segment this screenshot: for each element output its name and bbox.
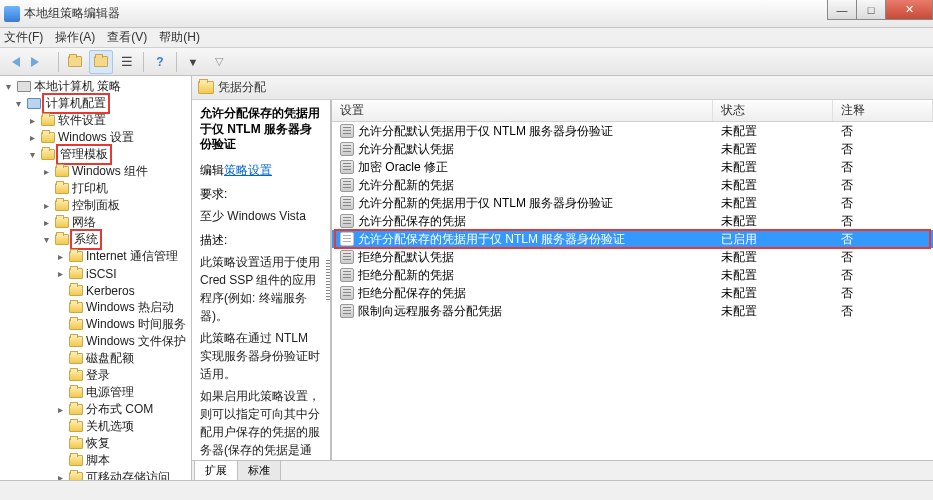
policy-icon bbox=[340, 124, 354, 138]
policy-state: 未配置 bbox=[713, 267, 833, 284]
tree-removable_storage[interactable]: 可移动存储访问 bbox=[86, 469, 170, 480]
policy-row[interactable]: 允许分配默认凭据未配置否 bbox=[332, 140, 933, 158]
policy-list[interactable]: 设置 状态 注释 允许分配默认凭据用于仅 NTLM 服务器身份验证未配置否允许分… bbox=[332, 100, 933, 460]
tree-logon[interactable]: 登录 bbox=[86, 367, 110, 384]
window-title: 本地组策略编辑器 bbox=[24, 5, 120, 22]
folder-icon bbox=[55, 183, 69, 194]
tree-disk_quota[interactable]: 磁盘配额 bbox=[86, 350, 134, 367]
folder-icon bbox=[69, 302, 83, 313]
app-icon bbox=[4, 6, 20, 22]
policy-row[interactable]: 拒绝分配保存的凭据未配置否 bbox=[332, 284, 933, 302]
tree-scripts[interactable]: 脚本 bbox=[86, 452, 110, 469]
col-state[interactable]: 状态 bbox=[713, 100, 833, 121]
policy-row[interactable]: 拒绝分配默认凭据未配置否 bbox=[332, 248, 933, 266]
help-button[interactable]: ? bbox=[148, 50, 172, 74]
policy-row[interactable]: 允许分配保存的凭据未配置否 bbox=[332, 212, 933, 230]
tree-iscsi[interactable]: iSCSI bbox=[86, 267, 117, 281]
filter-button[interactable]: ▼ bbox=[181, 50, 205, 74]
list-header: 设置 状态 注释 bbox=[332, 100, 933, 122]
preview-desc-label: 描述: bbox=[200, 231, 322, 249]
policy-state: 未配置 bbox=[713, 159, 833, 176]
tree-time_service[interactable]: Windows 时间服务 bbox=[86, 316, 186, 333]
tree-kerberos[interactable]: Kerberos bbox=[86, 284, 135, 298]
menu-view[interactable]: 查看(V) bbox=[107, 29, 147, 46]
filter-options-button[interactable]: ▽ bbox=[207, 50, 231, 74]
col-comment[interactable]: 注释 bbox=[833, 100, 933, 121]
tree-system[interactable]: 系统 bbox=[70, 229, 102, 250]
nav-forward-button[interactable] bbox=[30, 50, 54, 74]
tab-extended[interactable]: 扩展 bbox=[194, 460, 238, 480]
policy-icon bbox=[340, 250, 354, 264]
policy-row[interactable]: 允许分配新的凭据未配置否 bbox=[332, 176, 933, 194]
folder-icon bbox=[69, 387, 83, 398]
policy-comment: 否 bbox=[833, 123, 933, 140]
policy-comment: 否 bbox=[833, 303, 933, 320]
folder-icon bbox=[69, 370, 83, 381]
tree-power_mgmt[interactable]: 电源管理 bbox=[86, 384, 134, 401]
folder-icon bbox=[69, 336, 83, 347]
edit-policy-link[interactable]: 策略设置 bbox=[224, 163, 272, 177]
menu-file[interactable]: 文件(F) bbox=[4, 29, 43, 46]
policy-icon bbox=[340, 214, 354, 228]
nav-back-button[interactable] bbox=[4, 50, 28, 74]
tree-printers[interactable]: 打印机 bbox=[72, 180, 108, 197]
tree-control-panel[interactable]: 控制面板 bbox=[72, 197, 120, 214]
policy-state: 未配置 bbox=[713, 249, 833, 266]
tree-windows-components[interactable]: Windows 组件 bbox=[72, 163, 148, 180]
policy-name: 允许分配默认凭据用于仅 NTLM 服务器身份验证 bbox=[358, 123, 613, 140]
splitter-handle[interactable] bbox=[326, 260, 330, 300]
policy-comment: 否 bbox=[833, 195, 933, 212]
tree-dcom[interactable]: 分布式 COM bbox=[86, 401, 153, 418]
policy-state: 未配置 bbox=[713, 141, 833, 158]
policy-name: 允许分配保存的凭据用于仅 NTLM 服务器身份验证 bbox=[358, 231, 625, 248]
col-setting[interactable]: 设置 bbox=[332, 100, 713, 121]
tree-recovery[interactable]: 恢复 bbox=[86, 435, 110, 452]
properties-button[interactable]: ☰ bbox=[115, 50, 139, 74]
tree-admin-templates[interactable]: 管理模板 bbox=[56, 144, 112, 165]
maximize-button[interactable]: □ bbox=[856, 0, 886, 20]
folder-icon bbox=[69, 251, 83, 262]
policy-comment: 否 bbox=[833, 285, 933, 302]
tree-internet_mgmt[interactable]: Internet 通信管理 bbox=[86, 248, 178, 265]
show-tree-button[interactable] bbox=[89, 50, 113, 74]
preview-title: 允许分配保存的凭据用于仅 NTLM 服务器身份验证 bbox=[200, 106, 322, 153]
funnel-icon: ▼ bbox=[188, 56, 199, 68]
tree-hot_start[interactable]: Windows 热启动 bbox=[86, 299, 174, 316]
policy-icon bbox=[340, 232, 354, 246]
tree-computer-config[interactable]: 计算机配置 bbox=[42, 93, 110, 114]
policy-name: 允许分配新的凭据用于仅 NTLM 服务器身份验证 bbox=[358, 195, 613, 212]
folder-icon bbox=[41, 149, 55, 160]
policy-row[interactable]: 允许分配默认凭据用于仅 NTLM 服务器身份验证未配置否 bbox=[332, 122, 933, 140]
preview-req-label: 要求: bbox=[200, 185, 322, 203]
preview-pane: 允许分配保存的凭据用于仅 NTLM 服务器身份验证 编辑策略设置 要求: 至少 … bbox=[192, 100, 332, 460]
help-icon: ? bbox=[156, 55, 163, 69]
toolbar: ☰ ? ▼ ▽ bbox=[0, 48, 933, 76]
minimize-button[interactable]: — bbox=[827, 0, 857, 20]
policy-comment: 否 bbox=[833, 231, 933, 248]
policy-name: 允许分配保存的凭据 bbox=[358, 213, 466, 230]
up-level-button[interactable] bbox=[63, 50, 87, 74]
policy-row[interactable]: 允许分配新的凭据用于仅 NTLM 服务器身份验证未配置否 bbox=[332, 194, 933, 212]
preview-desc-3: 如果启用此策略设置，则可以指定可向其中分配用户保存的凭据的服务器(保存的凭据是通… bbox=[200, 387, 322, 460]
tree-file_protect[interactable]: Windows 文件保护 bbox=[86, 333, 186, 350]
policy-row[interactable]: 允许分配保存的凭据用于仅 NTLM 服务器身份验证已启用否 bbox=[332, 230, 933, 248]
policy-icon bbox=[340, 178, 354, 192]
tree-software-settings[interactable]: 软件设置 bbox=[58, 112, 106, 129]
list-icon: ☰ bbox=[121, 54, 133, 69]
navigation-tree[interactable]: ▾本地计算机 策略 ▾计算机配置 ▸软件设置 ▸Windows 设置 ▾管理模板… bbox=[0, 76, 192, 480]
tab-standard[interactable]: 标准 bbox=[237, 460, 281, 480]
policy-name: 允许分配新的凭据 bbox=[358, 177, 454, 194]
breadcrumb: 凭据分配 bbox=[192, 76, 933, 100]
policy-row[interactable]: 加密 Oracle 修正未配置否 bbox=[332, 158, 933, 176]
close-button[interactable]: ✕ bbox=[885, 0, 933, 20]
folder-icon bbox=[55, 234, 69, 245]
policy-row[interactable]: 拒绝分配新的凭据未配置否 bbox=[332, 266, 933, 284]
tree-shutdown_opts[interactable]: 关机选项 bbox=[86, 418, 134, 435]
policy-state: 未配置 bbox=[713, 123, 833, 140]
folder-icon bbox=[69, 438, 83, 449]
policy-row[interactable]: 限制向远程服务器分配凭据未配置否 bbox=[332, 302, 933, 320]
preview-req-value: 至少 Windows Vista bbox=[200, 207, 322, 225]
menu-help[interactable]: 帮助(H) bbox=[159, 29, 200, 46]
menu-action[interactable]: 操作(A) bbox=[55, 29, 95, 46]
policy-name: 拒绝分配默认凭据 bbox=[358, 249, 454, 266]
